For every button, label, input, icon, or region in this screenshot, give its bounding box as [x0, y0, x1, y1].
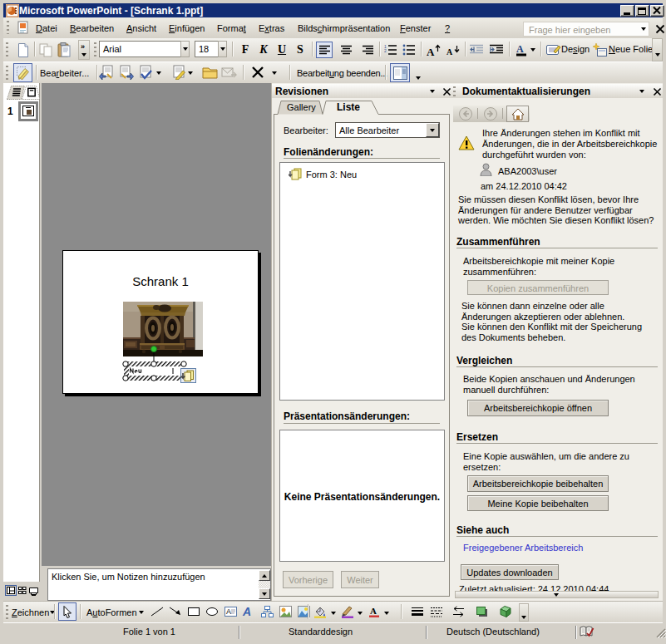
- svg-text:2: 2: [384, 48, 387, 53]
- svg-text:A: A: [226, 607, 231, 616]
- svg-text:A: A: [516, 43, 524, 55]
- svg-text:A: A: [370, 606, 377, 616]
- svg-text:A: A: [446, 47, 453, 57]
- svg-text:A: A: [427, 46, 435, 57]
- svg-text:A: A: [242, 605, 251, 618]
